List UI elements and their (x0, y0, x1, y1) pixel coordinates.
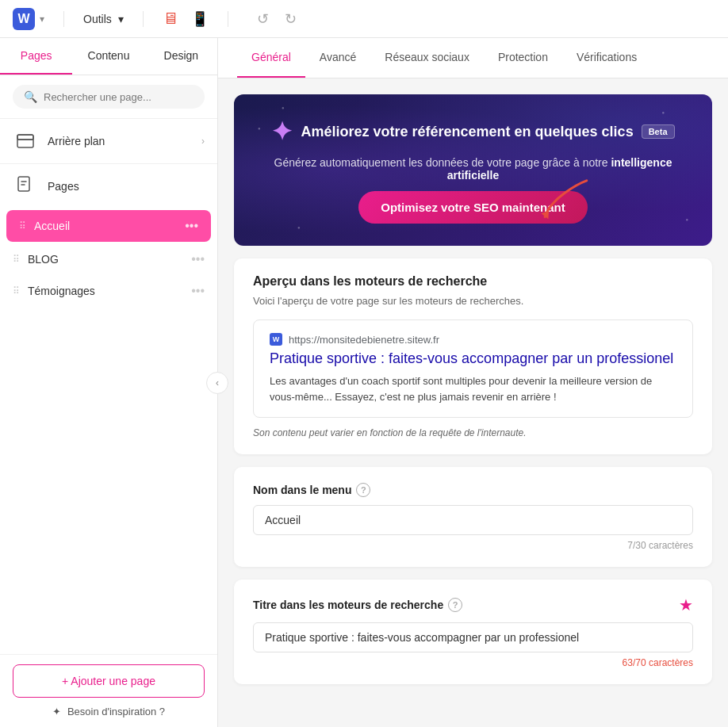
sparkle-icon: ✦ (52, 706, 61, 717)
sidebar-item-pages-label: Pages (48, 180, 79, 193)
tab-contenu[interactable]: Contenu (72, 38, 144, 75)
logo-chevron-icon: ▾ (40, 13, 44, 25)
tools-menu[interactable]: Outils ▾ (83, 13, 124, 25)
seo-title-label: Titre dans les moteurs de recherche ? (253, 598, 462, 612)
inspire-button[interactable]: ✦ Besoin d'inspiration ? (13, 706, 205, 717)
deco-dot-4: ● (661, 110, 665, 115)
sidebar-tabs: Pages Contenu Design (0, 38, 217, 75)
search-preview-title: Aperçu dans les moteurs de recherche (253, 274, 693, 289)
sidebar-search-area: 🔍 (0, 75, 217, 119)
svg-rect-1 (17, 135, 33, 140)
page-options-icon-blog[interactable]: ••• (191, 252, 205, 266)
menu-name-label: Nom dans le menu ? (253, 483, 693, 497)
menu-name-card: Nom dans le menu ? 7/30 caractères (234, 467, 712, 567)
logo-icon: W (13, 8, 35, 30)
panel-tab-protection[interactable]: Protection (484, 38, 562, 78)
seo-title-star-icon: ★ (679, 595, 693, 614)
seo-banner-subtitle: Générez automatiquement les données de v… (259, 156, 687, 182)
seo-title-help-icon[interactable]: ? (448, 598, 462, 612)
preview-description: Les avantages d'un coach sportif sont mu… (270, 373, 676, 404)
main-layout: Pages Contenu Design 🔍 (0, 38, 728, 727)
drag-handle-icon-blog: ⠿ (13, 254, 20, 265)
star-sparkle-icon: ✦ (271, 117, 293, 147)
menu-name-input[interactable] (253, 505, 693, 535)
svg-rect-3 (18, 177, 29, 191)
search-icon: 🔍 (24, 90, 37, 103)
panel-tab-avance[interactable]: Avancé (305, 38, 370, 78)
svg-rect-0 (17, 135, 33, 147)
page-label-accueil: Accueil (34, 220, 70, 232)
tools-label: Outils (83, 13, 112, 25)
menu-name-char-count: 7/30 caractères (253, 540, 693, 551)
redo-button[interactable]: ↻ (282, 7, 300, 31)
search-preview-subtitle: Voici l'aperçu de votre page sur les mot… (253, 295, 693, 307)
preview-page-title: Pratique sportive : faites-vous accompag… (270, 349, 676, 369)
sidebar-item-pages[interactable]: Pages (0, 164, 217, 209)
topbar-separator (63, 11, 64, 27)
search-preview-card: Aperçu dans les moteurs de recherche Voi… (234, 258, 712, 454)
deco-dot-3: ● (297, 225, 301, 230)
panel-tabs: Général Avancé Réseaux sociaux Protectio… (218, 38, 728, 78)
arriere-plan-icon (13, 128, 38, 154)
monitor-icon[interactable]: 🖥 (163, 10, 178, 28)
add-page-button[interactable]: + Ajouter une page (13, 664, 205, 698)
tab-design[interactable]: Design (145, 38, 217, 75)
sidebar-collapse-button[interactable]: ‹ (206, 372, 228, 394)
drag-handle-icon: ⠿ (19, 220, 26, 231)
search-preview-box: W https://monsitedebienetre.sitew.fr Pra… (253, 319, 693, 418)
seo-title-card: Titre dans les moteurs de recherche ? ★ … (234, 580, 712, 684)
page-list: ⠿ Accueil ••• ⠿ BLOG ••• ⠿ Témoignages •… (0, 209, 217, 654)
pages-icon (13, 174, 38, 199)
seo-banner: ● ● ● ● ● ✦ Améliorez votre référencemen… (234, 94, 712, 246)
phone-icon[interactable]: 📱 (191, 10, 209, 28)
seo-title-char-count: 63/70 caractères (253, 657, 693, 668)
preview-url-row: W https://monsitedebienetre.sitew.fr (270, 333, 676, 346)
search-box: 🔍 (13, 85, 205, 109)
page-options-icon[interactable]: ••• (185, 219, 198, 233)
tools-chevron-icon: ▾ (118, 13, 124, 25)
deco-dot-1: ● (282, 105, 285, 110)
arrow-decoration-icon (533, 174, 606, 231)
deco-dot-2: ● (258, 126, 261, 131)
sidebar-item-arriere-plan[interactable]: Arrière plan › (0, 119, 217, 163)
preview-url: https://monsitedebienetre.sitew.fr (289, 334, 439, 346)
page-list-item-blog[interactable]: ⠿ BLOG ••• (0, 243, 217, 275)
panel-content: ● ● ● ● ● ✦ Améliorez votre référencemen… (218, 78, 728, 727)
menu-name-help-icon[interactable]: ? (356, 483, 370, 497)
sidebar-bottom: + Ajouter une page ✦ Besoin d'inspiratio… (0, 654, 217, 727)
panel-tab-verifications[interactable]: Vérifications (562, 38, 651, 78)
undo-button[interactable]: ↺ (254, 7, 272, 31)
topbar-separator-2 (143, 11, 144, 27)
deco-dot-5: ● (685, 217, 688, 222)
right-panel: Général Avancé Réseaux sociaux Protectio… (218, 38, 728, 727)
svg-marker-4 (541, 211, 551, 221)
sidebar-item-arriere-plan-label: Arrière plan (48, 135, 105, 147)
panel-tab-general[interactable]: Général (237, 38, 305, 78)
topbar: W ▾ Outils ▾ 🖥 📱 ↺ ↻ (0, 0, 728, 38)
logo-button[interactable]: W ▾ (13, 8, 44, 30)
drag-handle-icon-temoignages: ⠿ (13, 285, 20, 297)
seo-banner-title: ✦ Améliorez votre référencement en quelq… (271, 117, 674, 147)
panel-tab-reseaux[interactable]: Réseaux sociaux (370, 38, 484, 78)
preview-logo-icon: W (270, 333, 282, 346)
beta-badge: Beta (642, 124, 675, 139)
preview-note: Son contenu peut varier en fonction de l… (253, 427, 693, 438)
page-label-blog: BLOG (28, 253, 59, 266)
topbar-actions: ↺ ↻ (254, 7, 300, 31)
topbar-separator-3 (228, 11, 228, 27)
sidebar: Pages Contenu Design 🔍 (0, 38, 218, 727)
page-list-item-accueil[interactable]: ⠿ Accueil ••• (6, 210, 211, 242)
page-list-item-temoignages[interactable]: ⠿ Témoignages ••• (0, 275, 217, 307)
page-label-temoignages: Témoignages (28, 285, 95, 297)
tab-pages[interactable]: Pages (0, 38, 72, 75)
arriere-plan-chevron-icon: › (201, 136, 205, 147)
search-input[interactable] (44, 91, 193, 103)
device-icons: 🖥 📱 (163, 10, 209, 28)
page-options-icon-temoignages[interactable]: ••• (191, 284, 205, 298)
seo-title-input[interactable] (253, 622, 693, 652)
